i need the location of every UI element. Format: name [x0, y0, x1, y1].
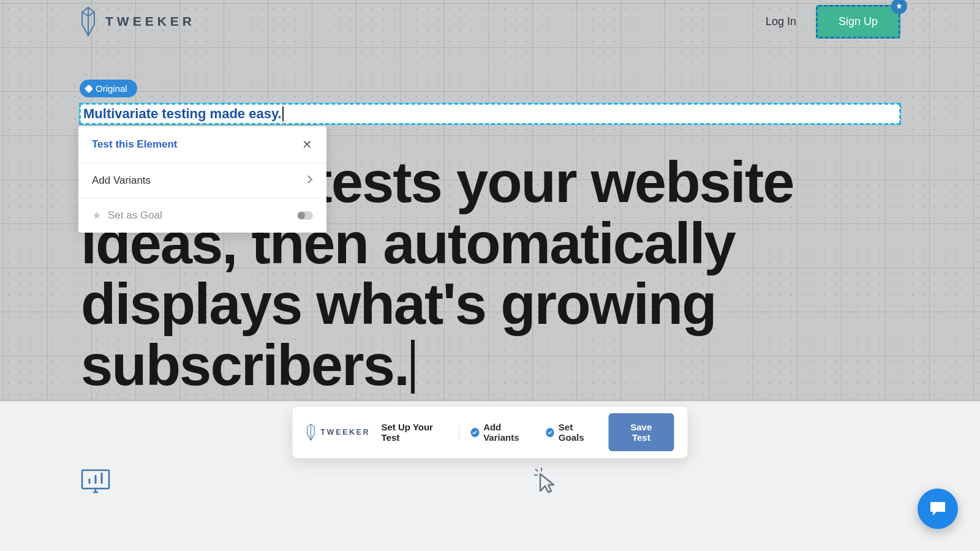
step-set-goals[interactable]: Set Goals: [546, 422, 597, 443]
close-icon[interactable]: ✕: [301, 137, 313, 152]
header-actions: Log In Sign Up: [766, 5, 900, 39]
popover-title: Test this Element: [92, 138, 178, 151]
set-as-goal-label: Set as Goal: [108, 209, 162, 222]
toolbar-brand-text: TWEEKER: [321, 428, 371, 437]
add-variants-item[interactable]: Add Variants: [78, 163, 326, 198]
goal-toggle[interactable]: [297, 211, 313, 220]
check-circle-icon: [470, 428, 479, 437]
setup-title: Set Up Your Test: [382, 422, 448, 443]
cursor-click-icon: [532, 467, 556, 497]
check-circle-icon: [546, 428, 554, 437]
brand-name: TWEEKER: [105, 14, 195, 29]
star-badge-icon: [891, 0, 907, 14]
typing-cursor-icon: [411, 340, 415, 394]
set-as-goal-label-wrap: Set as Goal: [92, 209, 162, 222]
editable-heading-field[interactable]: Multivariate testing made easy.: [80, 103, 900, 124]
svg-line-6: [535, 469, 538, 471]
save-test-button[interactable]: Save Test: [608, 413, 674, 451]
original-chip-label: Original: [96, 83, 127, 94]
add-variants-label: Add Variants: [92, 174, 151, 187]
signup-label: Sign Up: [839, 15, 878, 28]
diamond-icon: [85, 84, 93, 92]
top-header: TWEEKER Log In Sign Up: [0, 0, 980, 43]
signup-button[interactable]: Sign Up: [816, 5, 900, 39]
text-caret-icon: [282, 107, 284, 121]
step1-label: Add Variants: [483, 422, 535, 443]
chat-icon: [928, 500, 948, 518]
step-add-variants[interactable]: Add Variants: [470, 422, 535, 443]
tweeker-logo-icon: [80, 6, 97, 37]
element-popover: Test this Element ✕ Add Variants Set as …: [78, 126, 326, 233]
editable-heading-text: Multivariate testing made easy.: [83, 106, 282, 122]
chevron-right-icon: [307, 174, 313, 187]
set-as-goal-item[interactable]: Set as Goal: [78, 198, 326, 233]
brand-logo[interactable]: TWEEKER: [80, 6, 195, 37]
separator: [459, 425, 459, 439]
original-variant-chip[interactable]: Original: [80, 80, 137, 97]
toolbar-brand: TWEEKER: [306, 423, 371, 441]
popover-header: Test this Element ✕: [78, 126, 326, 163]
analytics-icon: [81, 465, 110, 495]
save-label: Save Test: [630, 422, 652, 443]
chat-fab[interactable]: [918, 489, 958, 529]
login-link[interactable]: Log In: [766, 15, 796, 28]
setup-toolbar: TWEEKER Set Up Your Test Add Variants Se…: [293, 407, 688, 458]
step2-label: Set Goals: [559, 422, 597, 443]
tweeker-mini-logo-icon: [306, 423, 316, 441]
star-icon: [92, 211, 102, 220]
